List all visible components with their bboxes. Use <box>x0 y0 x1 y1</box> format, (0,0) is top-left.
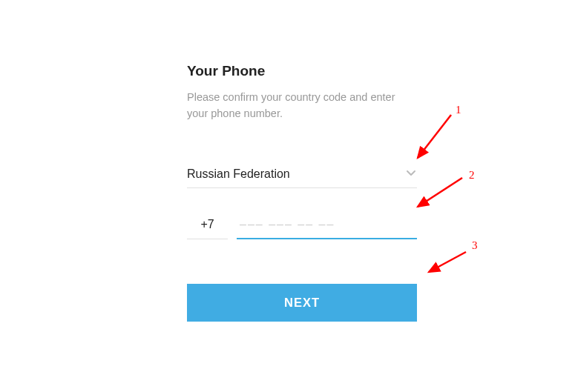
annotation-label-1: 1 <box>456 104 461 116</box>
country-code-input[interactable] <box>187 218 228 239</box>
country-select[interactable]: Russian Federation <box>187 167 417 188</box>
country-selected-label: Russian Federation <box>187 167 290 181</box>
phone-row <box>187 218 417 239</box>
svg-line-3 <box>429 252 466 272</box>
phone-number-input[interactable] <box>237 218 417 239</box>
page-subtitle: Please confirm your country code and ent… <box>187 90 417 122</box>
next-button[interactable]: NEXT <box>187 284 417 322</box>
chevron-down-icon <box>405 167 417 182</box>
annotation-label-2: 2 <box>469 169 475 182</box>
svg-line-1 <box>418 115 451 158</box>
annotation-label-3: 3 <box>472 239 478 252</box>
page-title: Your Phone <box>187 63 417 79</box>
svg-line-2 <box>418 178 462 207</box>
phone-form: Your Phone Please confirm your country c… <box>187 63 417 322</box>
